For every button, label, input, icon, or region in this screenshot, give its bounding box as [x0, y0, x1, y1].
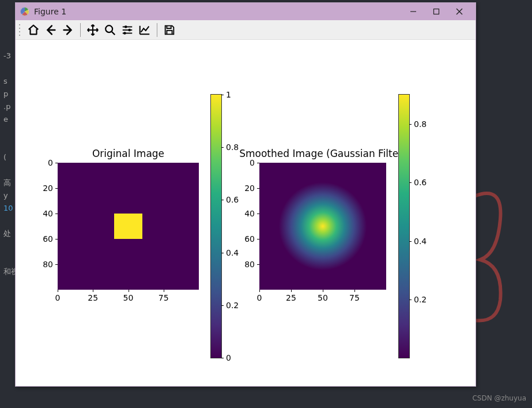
- svg-point-8: [124, 25, 127, 28]
- cbar-tick: 0.8: [414, 119, 427, 129]
- subplot-original: Original Image 0 20 40 60 80 0 25 50 75: [58, 163, 199, 290]
- svg-point-5: [105, 25, 112, 32]
- edit-axis-button[interactable]: [136, 21, 153, 39]
- watermark-text: CSDN @zhuyua: [472, 392, 526, 405]
- cbar-tick: 1: [226, 90, 231, 99]
- svg-line-6: [112, 31, 115, 35]
- cbar-tick: 0.6: [226, 195, 239, 204]
- titlebar[interactable]: Figure 1: [16, 3, 476, 20]
- cbar-tick: 0.2: [226, 301, 239, 310]
- xtick: 75: [159, 293, 169, 302]
- toolbar-separator: [157, 23, 157, 37]
- sliders-icon: [121, 24, 134, 36]
- figure-canvas: Original Image 0 20 40 60 80 0 25 50 75 …: [16, 40, 476, 386]
- move-icon: [86, 24, 99, 36]
- matplotlib-icon: [20, 7, 29, 16]
- ytick: 20: [244, 184, 255, 193]
- cbar-tick: 0.6: [414, 178, 427, 187]
- maximize-button[interactable]: [425, 3, 448, 20]
- zoom-button[interactable]: [101, 21, 119, 39]
- home-button[interactable]: [25, 21, 42, 39]
- back-button[interactable]: [42, 21, 59, 39]
- subplot-title: Smoothed Image (Gaussian Filter): [239, 148, 406, 159]
- cbar-tick: 0.2: [414, 295, 427, 304]
- xtick: 75: [349, 293, 360, 302]
- close-button[interactable]: [448, 3, 471, 20]
- subplot-smoothed: Smoothed Image (Gaussian Filter) 0 20 40…: [259, 163, 386, 290]
- cbar-tick: 0.8: [226, 143, 239, 152]
- matplotlib-toolbar: [16, 20, 476, 40]
- chart-line-icon: [138, 24, 151, 36]
- zoom-icon: [104, 24, 116, 36]
- ytick: 0: [48, 158, 53, 167]
- home-icon: [27, 24, 40, 36]
- minimize-button[interactable]: [402, 3, 425, 20]
- heatmap-gaussian-blob: [278, 182, 367, 271]
- ytick: 0: [250, 158, 255, 167]
- cbar-tick: 0.4: [226, 248, 239, 257]
- xtick: 50: [123, 293, 134, 302]
- ytick: 80: [244, 260, 255, 269]
- subplot-title: Original Image: [92, 148, 164, 159]
- colorbar-right: 0.2 0.4 0.6 0.8: [398, 94, 410, 358]
- heatmap-square: [114, 214, 142, 239]
- subplots-button[interactable]: [119, 21, 136, 39]
- ytick: 80: [43, 260, 53, 269]
- ytick: 40: [244, 209, 255, 218]
- xtick: 25: [286, 293, 296, 302]
- ytick: 60: [43, 234, 53, 244]
- svg-point-12: [123, 32, 126, 35]
- colorbar-left: 0 0.2 0.4 0.6 0.8 1: [210, 94, 222, 358]
- arrow-right-icon: [62, 24, 74, 36]
- arrow-left-icon: [44, 24, 57, 36]
- ytick: 60: [244, 234, 255, 244]
- toolbar-grip: [19, 23, 22, 37]
- svg-point-10: [128, 28, 131, 31]
- ytick: 40: [43, 209, 53, 218]
- cbar-tick: 0: [226, 353, 231, 362]
- pan-button[interactable]: [84, 21, 101, 39]
- xtick: 0: [55, 293, 61, 302]
- xtick: 50: [318, 293, 328, 302]
- save-button[interactable]: [161, 21, 178, 39]
- save-icon: [163, 24, 176, 36]
- cbar-tick: 0.4: [414, 237, 427, 246]
- figure-window: Figure 1: [15, 2, 476, 387]
- ytick: 20: [43, 184, 53, 193]
- svg-rect-2: [434, 9, 439, 14]
- toolbar-separator: [80, 23, 81, 37]
- xtick: 25: [88, 293, 98, 302]
- window-title: Figure 1: [34, 7, 66, 16]
- xtick: 0: [257, 293, 262, 302]
- forward-button[interactable]: [59, 21, 77, 39]
